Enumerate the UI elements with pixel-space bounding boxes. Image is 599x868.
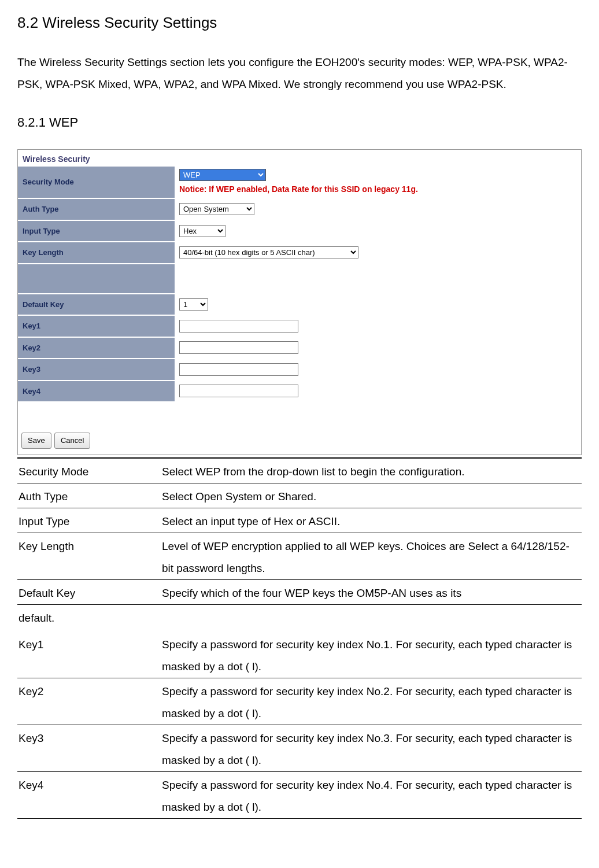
key2-input[interactable]	[179, 341, 298, 354]
desc-term-key3: Key3	[17, 725, 161, 771]
cancel-button[interactable]: Cancel	[54, 433, 90, 449]
label-input-type: Input Type	[18, 220, 175, 242]
desc-term-default-key: Default Key	[17, 579, 161, 604]
panel-header: Wireless Security	[18, 150, 581, 167]
key4-input[interactable]	[179, 385, 298, 397]
button-row: Save Cancel	[18, 426, 581, 455]
label-auth-type: Auth Type	[18, 198, 175, 220]
desc-term-input-type: Input Type	[17, 508, 161, 533]
desc-text-input-type: Select an input type of Hex or ASCII.	[161, 508, 582, 533]
input-type-select[interactable]: Hex	[179, 225, 225, 237]
spacer-cell	[18, 264, 175, 294]
description-table-wrap: Security Mode Select WEP from the drop-d…	[17, 457, 582, 819]
desc-text-key4: Specify a password for security key inde…	[161, 771, 582, 818]
key1-input[interactable]	[179, 320, 298, 333]
desc-term-security-mode: Security Mode	[17, 459, 161, 483]
label-default-key: Default Key	[18, 294, 175, 316]
desc-text-auth-type: Select Open System or Shared.	[161, 483, 582, 508]
desc-text-security-mode: Select WEP from the drop-down list to be…	[161, 459, 582, 483]
section-title: 8.2 Wireless Security Settings	[17, 12, 582, 34]
label-key4: Key4	[18, 381, 175, 402]
auth-type-select[interactable]: Open System	[179, 203, 254, 215]
desc-term-key2: Key2	[17, 678, 161, 725]
desc-text-key3: Specify a password for security key inde…	[161, 725, 582, 771]
key3-input[interactable]	[179, 363, 298, 376]
key-length-select[interactable]: 40/64-bit (10 hex digits or 5 ASCII char…	[179, 246, 358, 258]
desc-term-key1: Key1	[17, 631, 161, 678]
wep-notice: Notice: If WEP enabled, Data Rate for th…	[179, 183, 576, 195]
desc-text-key1: Specify a password for security key inde…	[161, 631, 582, 678]
label-key1: Key1	[18, 315, 175, 337]
label-key3: Key3	[18, 359, 175, 381]
label-key-length: Key Length	[18, 242, 175, 264]
settings-form: Security Mode WEP Notice: If WEP enabled…	[18, 167, 581, 402]
desc-term-auth-type: Auth Type	[17, 483, 161, 508]
wireless-security-panel: Wireless Security Security Mode WEP Noti…	[17, 149, 582, 455]
description-table: Security Mode Select WEP from the drop-d…	[17, 459, 582, 819]
desc-default-key-cont: default.	[17, 604, 582, 631]
security-mode-select[interactable]: WEP	[179, 169, 266, 181]
subsection-title: 8.2.1 WEP	[17, 113, 582, 132]
section-intro: The Wireless Security Settings section l…	[17, 51, 582, 95]
label-key2: Key2	[18, 337, 175, 359]
desc-term-key4: Key4	[17, 771, 161, 818]
save-button[interactable]: Save	[21, 433, 51, 449]
desc-text-default-key: Specify which of the four WEP keys the O…	[161, 579, 582, 604]
desc-text-key-length: Level of WEP encryption applied to all W…	[161, 533, 582, 579]
default-key-select[interactable]: 1	[179, 298, 208, 311]
label-security-mode: Security Mode	[18, 167, 175, 198]
desc-term-key-length: Key Length	[17, 533, 161, 579]
desc-text-key2: Specify a password for security key inde…	[161, 678, 582, 725]
